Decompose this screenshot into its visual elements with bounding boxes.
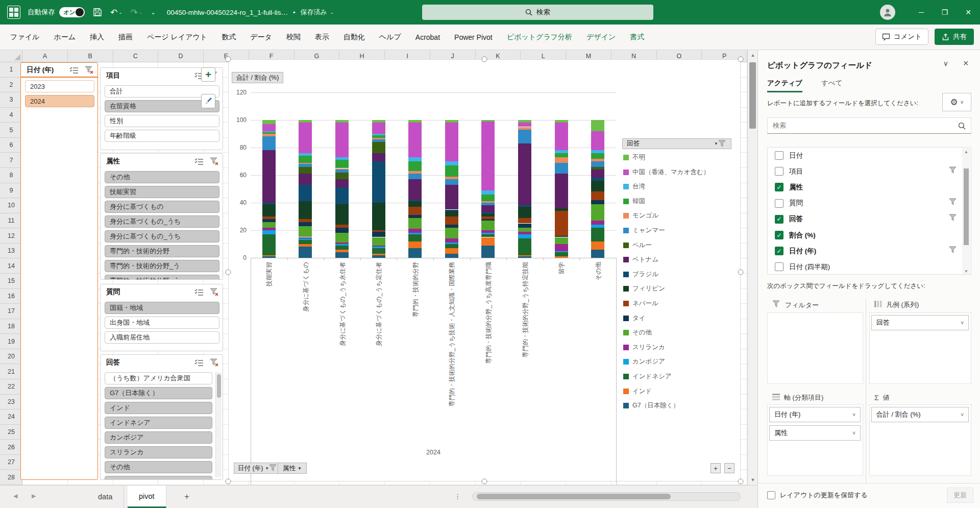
bar-segment[interactable] bbox=[408, 161, 422, 171]
bar-segment[interactable] bbox=[445, 161, 458, 165]
ribbon-tab-挿入[interactable]: 挿入 bbox=[83, 33, 111, 42]
bar-segment[interactable] bbox=[481, 234, 495, 237]
qat-menu-icon[interactable]: ⌄ bbox=[151, 9, 156, 16]
legend-field-button[interactable]: 回答▼ bbox=[622, 138, 731, 149]
row-header-1[interactable]: 1 bbox=[0, 62, 22, 78]
bar-segment[interactable] bbox=[335, 123, 349, 157]
ribbon-tab-データ[interactable]: データ bbox=[243, 33, 279, 42]
bar-segment[interactable] bbox=[335, 246, 349, 250]
bar-segment[interactable] bbox=[299, 153, 312, 156]
slicer-item[interactable]: 専門的・技術的分野_う bbox=[105, 260, 219, 272]
bar-segment[interactable] bbox=[445, 228, 458, 239]
checked-checkbox-icon[interactable]: ✓ bbox=[775, 183, 783, 191]
legend-item[interactable]: 不明 bbox=[623, 153, 645, 162]
bar-segment[interactable] bbox=[555, 208, 568, 211]
bar-segment[interactable] bbox=[591, 225, 604, 227]
slicer-item[interactable]: 身分に基づくもの_うち bbox=[105, 230, 219, 243]
bar-segment[interactable] bbox=[372, 123, 385, 134]
bar-segment[interactable] bbox=[372, 254, 385, 255]
bar-segment[interactable] bbox=[408, 174, 422, 179]
bar-segment[interactable] bbox=[555, 157, 568, 163]
bar-segment[interactable] bbox=[262, 216, 276, 219]
bar-segment[interactable] bbox=[591, 191, 604, 200]
row-header-17[interactable]: 17 bbox=[0, 304, 22, 319]
chart-elements-button[interactable]: + bbox=[201, 67, 215, 82]
bar-segment[interactable] bbox=[335, 228, 349, 233]
bar-segment[interactable] bbox=[445, 123, 458, 161]
bar-segment[interactable] bbox=[335, 252, 349, 258]
slicer-item[interactable]: （うち数）アメリカ合衆国 bbox=[105, 372, 212, 384]
bar-segment[interactable] bbox=[262, 222, 276, 228]
bar-segment[interactable] bbox=[481, 195, 495, 202]
slicer-kaitou[interactable]: 回答（うち数）アメリカ合衆国G7（日本除く）インドインドネシアカンボジアスリラン… bbox=[100, 354, 223, 480]
bar-segment[interactable] bbox=[372, 232, 385, 237]
ribbon-tab-デザイン[interactable]: デザイン bbox=[579, 33, 623, 42]
chart-selection-handle[interactable] bbox=[738, 57, 744, 62]
bar-segment[interactable] bbox=[299, 185, 312, 201]
comments-button[interactable]: コメント bbox=[875, 29, 928, 45]
bar-segment[interactable] bbox=[335, 225, 349, 227]
bar-segment[interactable] bbox=[518, 232, 531, 234]
bar-segment[interactable] bbox=[335, 168, 349, 170]
bar-segment[interactable] bbox=[555, 153, 568, 157]
bar-segment[interactable] bbox=[555, 236, 568, 237]
row-header-15[interactable]: 15 bbox=[0, 274, 22, 289]
pivot-chart[interactable]: 020406080100120技能実習身分に基づくもの身分に基づくもの_うち永住… bbox=[228, 59, 741, 481]
column-header-B[interactable]: B bbox=[68, 50, 113, 62]
workbook-title[interactable]: 00450-mhlw-00450224-ro_1_1-full-lis… bbox=[167, 9, 288, 16]
ribbon-tab-数式[interactable]: 数式 bbox=[214, 33, 243, 42]
values-field-chip[interactable]: 合計 / 割合 (%)˅ bbox=[871, 407, 969, 422]
bar-segment[interactable] bbox=[372, 161, 385, 203]
ribbon-tab-表示[interactable]: 表示 bbox=[308, 33, 336, 42]
multiselect-icon[interactable] bbox=[193, 156, 205, 166]
legend-item[interactable]: フィリピン bbox=[623, 284, 665, 293]
chart-selection-handle[interactable] bbox=[226, 57, 231, 62]
bar-segment[interactable] bbox=[445, 185, 458, 210]
chart-selection-handle[interactable] bbox=[226, 479, 231, 485]
slicer-item[interactable]: カンボジア bbox=[105, 431, 212, 444]
save-icon[interactable] bbox=[93, 8, 102, 17]
legend-item[interactable]: ベトナム bbox=[623, 255, 658, 264]
bar-segment[interactable] bbox=[555, 244, 568, 251]
chart-styles-button[interactable] bbox=[201, 94, 215, 108]
bar-segment[interactable] bbox=[299, 120, 312, 123]
bar-segment[interactable] bbox=[518, 238, 531, 255]
row-header-2[interactable]: 2 bbox=[0, 78, 22, 93]
bar-segment[interactable] bbox=[335, 170, 349, 172]
legend-item[interactable]: タイ bbox=[623, 314, 646, 323]
bar-segment[interactable] bbox=[408, 207, 422, 215]
avatar[interactable] bbox=[880, 5, 895, 20]
bar-segment[interactable] bbox=[555, 237, 568, 245]
bar-segment[interactable] bbox=[591, 153, 604, 159]
bar-segment[interactable] bbox=[299, 226, 312, 237]
bar-segment[interactable] bbox=[335, 233, 349, 243]
filters-area-box[interactable] bbox=[767, 312, 863, 384]
row-header-8[interactable]: 8 bbox=[0, 168, 22, 183]
bar-segment[interactable] bbox=[481, 216, 495, 219]
bar-segment[interactable] bbox=[262, 256, 276, 258]
ribbon-tab-ファイル[interactable]: ファイル bbox=[3, 33, 46, 42]
bar-segment[interactable] bbox=[262, 219, 276, 222]
bar-segment[interactable] bbox=[591, 150, 604, 153]
bar-segment[interactable] bbox=[299, 201, 312, 219]
collapse-field-button[interactable]: − bbox=[724, 463, 734, 473]
bar-segment[interactable] bbox=[335, 173, 349, 180]
bar-segment[interactable] bbox=[299, 219, 312, 222]
row-header-7[interactable]: 7 bbox=[0, 153, 22, 168]
bar-segment[interactable] bbox=[591, 250, 604, 258]
legend-item[interactable]: 韓国 bbox=[623, 197, 645, 206]
bar-segment[interactable] bbox=[445, 243, 458, 244]
search-box[interactable]: 検索 bbox=[422, 5, 653, 20]
bar-segment[interactable] bbox=[518, 256, 531, 258]
bar-segment[interactable] bbox=[372, 138, 385, 139]
bar-segment[interactable] bbox=[408, 248, 422, 258]
bar-segment[interactable] bbox=[372, 134, 385, 135]
minimize-button[interactable]: ─ bbox=[910, 0, 933, 25]
bar-segment[interactable] bbox=[481, 246, 495, 258]
bar-segment[interactable] bbox=[481, 233, 495, 234]
field-row[interactable]: ✓日付 (年) bbox=[768, 243, 971, 259]
row-header-24[interactable]: 24 bbox=[0, 409, 22, 425]
pane-tab-すべて[interactable]: すべて bbox=[821, 79, 842, 88]
ribbon-tab-Acrobat[interactable]: Acrobat bbox=[408, 33, 447, 41]
slicer-item[interactable]: 入職前居住地 bbox=[105, 331, 219, 344]
